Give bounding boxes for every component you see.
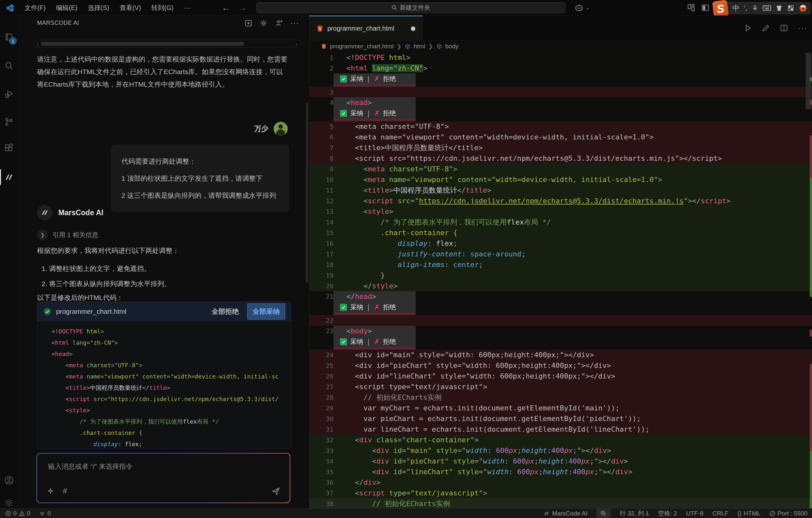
code-line-13[interactable]: 13 <style> [309, 206, 812, 217]
scroll-left-arrow[interactable]: ‹ [37, 41, 38, 47]
ime-punct-toggle[interactable]: ’, [744, 4, 748, 12]
code-line-7[interactable]: 7 <title>中国程序员数量统计</title> [309, 142, 812, 153]
menu-item-5[interactable]: ··· [179, 3, 195, 13]
sogou-input-badge[interactable]: S [712, 0, 729, 18]
more-actions-icon[interactable]: ··· [290, 19, 299, 27]
menu-item-4[interactable]: 转到(G) [147, 2, 178, 13]
code-line-33[interactable]: 33 <div id="main" style="width: 600px;he… [309, 445, 812, 456]
marscode-ai-icon[interactable] [4, 172, 14, 182]
encoding-setting[interactable]: UTF-8 [686, 510, 703, 517]
menu-item-3[interactable]: 查看(V) [115, 2, 146, 13]
forward-button[interactable]: → [238, 3, 247, 13]
sparkle-icon[interactable] [47, 487, 54, 495]
back-button[interactable]: ← [222, 3, 230, 13]
breadcrumb-file[interactable]: programmer_chart.html [330, 43, 394, 50]
statusbar-marscode[interactable]: MarsCode AI [543, 510, 587, 517]
new-chat-icon[interactable] [244, 19, 252, 27]
code-line-3[interactable]: 3 [309, 87, 812, 97]
command-search-box[interactable]: 新建文件夹 [256, 2, 566, 13]
sidebar-scrollbar-thumb[interactable] [306, 102, 308, 283]
toolbox-grid-icon[interactable] [787, 4, 794, 11]
reject-button[interactable]: 拒绝 [383, 74, 396, 83]
code-line-8[interactable]: 8 <script src="https://cdn.jsdelivr.net/… [309, 153, 812, 164]
accept-all-button[interactable]: 全部采纳 [247, 303, 285, 319]
source-control-icon[interactable] [4, 117, 14, 127]
accept-button[interactable]: 采纳 [350, 74, 363, 83]
accept-button[interactable]: 采纳 [350, 337, 363, 346]
code-line-23[interactable]: <body> [334, 326, 416, 336]
tab-programmer-chart[interactable]: 5 programmer_chart.html [309, 16, 423, 40]
code-line-14[interactable]: 14 /* 为了使图表水平排列，我们可以使用flex布局 */ [309, 217, 812, 227]
settings-gear-icon[interactable] [4, 498, 14, 508]
run-debug-icon[interactable] [4, 89, 14, 99]
reject-all-button[interactable]: 全部拒绝 [212, 307, 239, 316]
code-line-19[interactable]: 19 } [309, 270, 812, 281]
code-line-25[interactable]: 25 <div id="pieChart" style="width: 600p… [309, 360, 812, 371]
reject-button[interactable]: 拒绝 [383, 109, 396, 118]
keyboard-icon[interactable] [763, 4, 771, 11]
code-line-11[interactable]: 11 <title>中国程序员数量统计</title> [309, 185, 812, 195]
account-icon[interactable] [4, 475, 14, 485]
code-line-6[interactable]: 6 <meta name="viewport" content="width=d… [309, 132, 812, 142]
code-line-26[interactable]: 26 <div id="lineChart" style="width: 600… [309, 371, 812, 382]
code-line-20[interactable]: 20 </style> [309, 281, 812, 291]
reference-toggle[interactable]: ❯ 引用 1 相关信息 [37, 230, 98, 240]
editor-more-icon[interactable]: ··· [798, 24, 808, 33]
code-line-27[interactable]: 27 <script type="text/javascript"> [309, 382, 812, 392]
breadcrumb-body[interactable]: body [445, 43, 459, 50]
code-line-38[interactable]: 38 // 初始化ECharts实例 [309, 498, 812, 508]
code-line-17[interactable]: 17 justify-content: space-around; [309, 249, 812, 259]
run-file-icon[interactable] [744, 24, 752, 32]
share-profile-icon[interactable] [275, 19, 283, 27]
code-line-30[interactable]: 30 var pieChart = echarts.init(document.… [309, 413, 812, 424]
ime-lang-toggle[interactable]: 中 [733, 4, 740, 12]
extensions-icon[interactable] [4, 143, 14, 153]
code-line-21[interactable]: </head> [334, 291, 416, 302]
code-editor[interactable]: 1<!DOCTYPE html>2<html lang="zh-CN">采纳|✗… [309, 52, 812, 508]
code-line-16[interactable]: 16 display: flex; [309, 238, 812, 249]
eol-setting[interactable]: CRLF [713, 510, 729, 517]
code-line-2[interactable]: 2<html lang="zh-CN"> [309, 63, 812, 73]
code-line-37[interactable]: 37 <script type="text/javascript"> [309, 488, 812, 498]
edit-pencil-icon[interactable] [762, 24, 770, 32]
search-view-icon[interactable] [4, 61, 14, 71]
code-line-34[interactable]: 34 <div id="pieChart" style="width: 600p… [309, 456, 812, 466]
customize-layout-icon[interactable] [687, 4, 695, 12]
breadcrumb-html[interactable]: html [414, 43, 425, 50]
indent-setting[interactable]: 空格: 2 [658, 509, 677, 518]
code-line-28[interactable]: 28 // 初始化ECharts实例 [309, 392, 812, 403]
scrollbar-thumb[interactable] [41, 42, 244, 46]
modified-dot-icon[interactable] [411, 26, 415, 31]
live-server-port[interactable]: Port : 5500 [770, 510, 808, 517]
code-line-36[interactable]: 36 </div> [309, 477, 812, 488]
code-line-24[interactable]: 24 <div id="main" style="width: 600px;he… [309, 349, 812, 360]
code-line-10[interactable]: 10 <meta name="viewport" content="width=… [309, 174, 812, 185]
code-line-15[interactable]: 15 .chart-container { [309, 227, 812, 238]
skin-icon[interactable] [776, 4, 783, 11]
code-line-31[interactable]: 31 var lineChart = echarts.init(document… [309, 424, 812, 434]
send-icon[interactable] [271, 486, 281, 496]
code-line-18[interactable]: 18 align-items: center; [309, 259, 812, 270]
split-editor-icon[interactable] [780, 24, 788, 32]
language-mode[interactable]: {} HTML [737, 510, 760, 517]
chat-input[interactable]: 输入消息或者 “/” 来选择指令 # [37, 454, 290, 502]
accept-button[interactable]: 采纳 [350, 109, 363, 118]
explorer-icon[interactable]: 1 [4, 32, 14, 42]
reject-button[interactable]: 拒绝 [383, 337, 396, 346]
cursor-position[interactable]: 行 32, 列 1 [620, 509, 649, 518]
browser-logo-icon[interactable] [799, 4, 807, 12]
reject-button[interactable]: 拒绝 [383, 303, 396, 311]
copilot-menu-button[interactable]: ⌄ [574, 2, 590, 13]
microphone-icon[interactable] [752, 4, 758, 12]
code-line-5[interactable]: 5 <meta charset="UTF-8"> [309, 121, 812, 132]
code-line-1[interactable]: 1<!DOCTYPE html> [309, 52, 812, 63]
code-line-35[interactable]: 35 <div id="lineChart" style="width: 600… [309, 466, 812, 477]
context-hash-button[interactable]: # [63, 486, 67, 495]
toggle-panel-icon[interactable] [701, 4, 709, 12]
code-line-4[interactable]: <head> [334, 97, 416, 108]
scroll-right-arrow[interactable]: › [296, 41, 297, 47]
panel-settings-icon[interactable] [259, 19, 268, 27]
menu-item-2[interactable]: 选择(S) [83, 2, 114, 13]
menu-item-1[interactable]: 编辑(E) [52, 2, 82, 13]
menu-item-0[interactable]: 文件(F) [20, 2, 50, 13]
